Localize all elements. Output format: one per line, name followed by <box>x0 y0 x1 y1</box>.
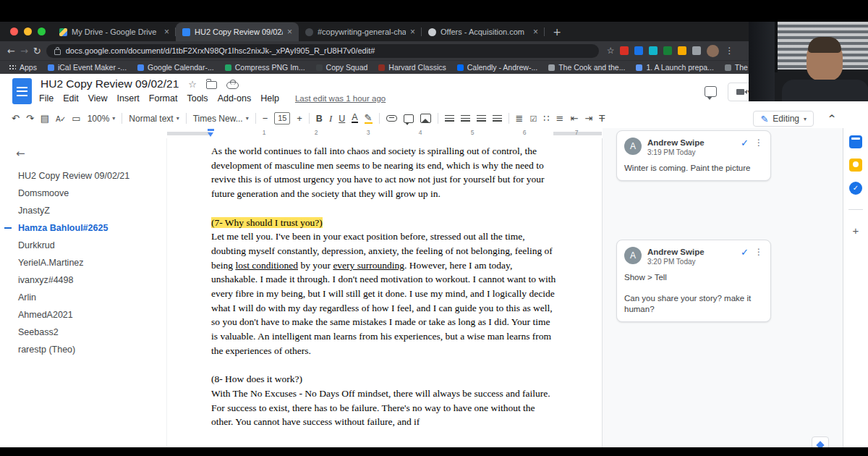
outline-item[interactable]: AhmedA2021 <box>0 306 163 324</box>
outline-item[interactable]: JnastyZ <box>0 202 163 219</box>
zoom-select[interactable]: 100% <box>88 114 116 124</box>
extension-icon[interactable] <box>678 46 686 55</box>
checklist-button[interactable] <box>529 114 537 123</box>
bookmark-item[interactable]: Google Calendar-... <box>137 63 214 72</box>
last-edit-link[interactable]: Last edit was 1 hour ago <box>295 94 386 103</box>
editing-mode-button[interactable]: Editing <box>753 111 814 127</box>
tab-close-icon[interactable] <box>287 28 292 36</box>
move-folder-icon[interactable] <box>206 81 217 89</box>
redo-button[interactable] <box>26 114 34 123</box>
tab-close-icon[interactable] <box>164 28 169 36</box>
reload-button[interactable] <box>33 46 41 56</box>
undo-button[interactable] <box>12 114 20 123</box>
menu-item[interactable]: Edit <box>63 93 79 104</box>
align-center-button[interactable] <box>461 115 470 122</box>
outline-item[interactable]: rarestp (Theo) <box>0 341 163 358</box>
browser-tab[interactable]: #copywriting-general-chat <box>299 22 422 41</box>
align-right-button[interactable] <box>477 115 486 122</box>
tasks-icon[interactable] <box>849 182 862 195</box>
text-color-button[interactable]: A <box>352 114 357 123</box>
outline-item[interactable]: Durkkrud <box>0 237 163 254</box>
comment-more-button[interactable] <box>754 247 763 257</box>
menu-item[interactable]: Insert <box>117 93 140 104</box>
bookmark-item[interactable]: Compress PNG Im... <box>225 63 305 72</box>
bookmark-item[interactable]: The Cook and the... <box>548 63 625 72</box>
increase-font-size-button[interactable]: + <box>297 114 302 123</box>
bulleted-list-button[interactable] <box>543 114 549 123</box>
forward-button[interactable] <box>20 46 28 56</box>
extension-icon[interactable] <box>620 46 629 55</box>
window-minimize-button[interactable] <box>24 28 32 35</box>
browser-profile-avatar[interactable] <box>707 45 719 57</box>
menu-item[interactable]: Help <box>260 93 279 104</box>
bookmark-item[interactable]: 1. A Launch prepa... <box>636 63 713 72</box>
bookmark-item[interactable]: Harvard Classics <box>378 63 446 72</box>
font-size-input[interactable]: 15 <box>274 112 290 124</box>
bookmark-item[interactable]: Calendly - Andrew-... <box>457 63 537 72</box>
styles-select[interactable]: Normal text <box>129 114 179 124</box>
comment-more-button[interactable] <box>754 138 763 148</box>
bookmark-star-icon[interactable] <box>607 46 615 56</box>
tab-close-icon[interactable] <box>533 28 538 36</box>
document-page[interactable]: As the world continues to fall into chao… <box>166 138 603 447</box>
numbered-list-button[interactable] <box>556 114 564 123</box>
menu-item[interactable]: View <box>88 93 108 104</box>
comment-card[interactable]: A Andrew Swipe 3:19 PM Today Winter is c… <box>616 130 771 181</box>
calendar-icon[interactable] <box>849 135 862 148</box>
increase-indent-button[interactable] <box>584 114 592 123</box>
extension-icon[interactable] <box>649 46 658 55</box>
browser-tab[interactable]: Offers - Acquisition.com <box>422 22 545 41</box>
outline-item[interactable]: Seebass2 <box>0 324 163 341</box>
insert-link-button[interactable] <box>386 115 397 122</box>
resolve-comment-button[interactable] <box>741 138 749 148</box>
document-text[interactable]: As the world continues to fall into chao… <box>211 144 556 429</box>
collapse-toolbar-button[interactable] <box>828 114 835 124</box>
outline-item[interactable]: YerielA.Martinez <box>0 254 163 271</box>
clear-formatting-button[interactable] <box>599 114 605 123</box>
spellcheck-button[interactable] <box>56 114 65 123</box>
menu-item[interactable]: Add-ons <box>218 93 252 104</box>
google-docs-logo[interactable] <box>12 78 32 104</box>
bookmark-item[interactable]: Copy Squad <box>316 63 368 72</box>
new-tab-button[interactable] <box>549 24 565 40</box>
keep-icon[interactable] <box>849 159 862 172</box>
comment-card[interactable]: A Andrew Swipe 3:20 PM Today Show > Tell… <box>616 240 771 322</box>
window-close-button[interactable] <box>10 28 18 35</box>
bookmark-item[interactable]: iCal Event Maker -... <box>48 63 127 72</box>
address-input[interactable]: docs.google.com/document/d/1tbF2XrxN98Qr… <box>46 44 599 58</box>
menu-item[interactable]: Format <box>149 93 178 104</box>
align-left-button[interactable] <box>445 115 454 122</box>
decrease-font-size-button[interactable]: − <box>263 114 268 123</box>
resolve-comment-button[interactable] <box>741 247 749 258</box>
add-addon-button[interactable] <box>849 224 862 237</box>
apps-shortcut[interactable]: Apps <box>9 63 37 72</box>
highlight-color-button[interactable] <box>365 114 373 124</box>
font-select[interactable]: Times New... <box>193 114 249 124</box>
add-comment-button[interactable] <box>404 114 414 123</box>
justify-button[interactable] <box>493 115 502 122</box>
outline-item[interactable]: HU2 Copy Review 09/02/21 <box>0 167 163 185</box>
outline-item[interactable]: Hamza Bahloul#2625 <box>0 219 163 237</box>
outline-item[interactable]: ivanxyz#4498 <box>0 271 163 289</box>
document-title[interactable]: HU2 Copy Review 09/02/21 <box>41 77 179 90</box>
outline-item[interactable]: Domsmoove <box>0 185 163 202</box>
menu-item[interactable]: File <box>39 93 54 104</box>
underline-button[interactable]: U <box>339 114 345 124</box>
menu-item[interactable]: Tools <box>187 93 208 104</box>
decrease-indent-button[interactable] <box>570 114 578 123</box>
browser-menu-icon[interactable] <box>725 46 733 56</box>
insert-image-button[interactable] <box>420 114 431 123</box>
line-spacing-button[interactable] <box>516 114 524 123</box>
italic-button[interactable]: I <box>329 113 332 124</box>
extensions-puzzle-icon[interactable] <box>692 46 701 55</box>
bold-button[interactable]: B <box>316 114 323 124</box>
browser-tab[interactable]: HU2 Copy Review 09/02/21 - G <box>176 22 299 41</box>
extension-icon[interactable] <box>634 46 643 55</box>
tab-close-icon[interactable] <box>410 28 415 36</box>
star-document-icon[interactable] <box>188 80 197 89</box>
print-button[interactable] <box>41 114 49 123</box>
extension-icon[interactable] <box>663 46 672 55</box>
paint-format-button[interactable] <box>72 114 80 123</box>
browser-tab[interactable]: My Drive - Google Drive <box>53 22 176 41</box>
back-button[interactable] <box>7 46 15 56</box>
